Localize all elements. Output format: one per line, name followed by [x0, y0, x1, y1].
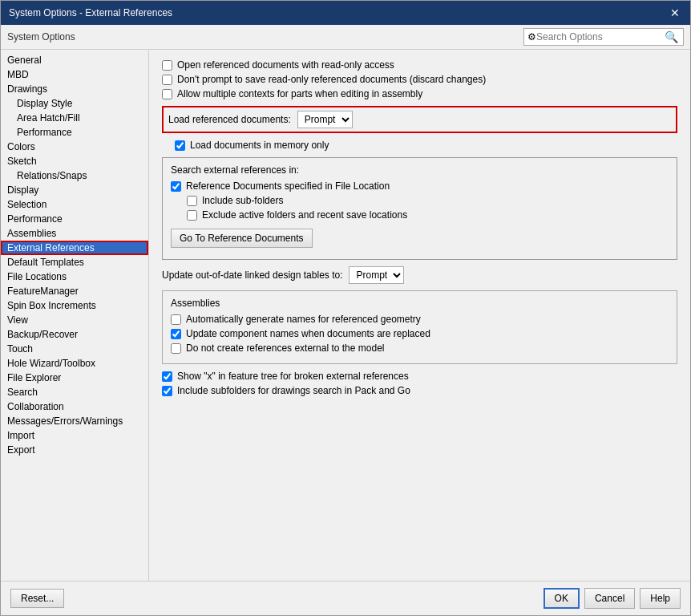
label-multiple-contexts[interactable]: Allow multiple contexts for parts when e…: [177, 88, 422, 99]
system-options-label: System Options: [7, 31, 75, 43]
sidebar-item-general[interactable]: General: [1, 53, 148, 67]
checkbox-row-no-create: Do not create references external to the…: [171, 342, 669, 354]
assemblies-label: Assemblies: [171, 298, 669, 309]
load-ref-select[interactable]: Prompt All None: [297, 111, 353, 128]
sidebar-item-assemblies[interactable]: Assemblies: [1, 226, 148, 241]
checkbox-row-no-prompt: Don't prompt to save read-only reference…: [162, 74, 677, 85]
assemblies-group: Assemblies Automatically generate names …: [162, 290, 677, 364]
label-no-prompt[interactable]: Don't prompt to save read-only reference…: [177, 74, 486, 85]
sidebar-item-mbd[interactable]: MBD: [1, 67, 148, 82]
sidebar-item-file-locations[interactable]: File Locations: [1, 270, 148, 284]
checkbox-row-exclude-active: Exclude active folders and recent save l…: [187, 209, 669, 221]
sidebar-item-performance-drawings[interactable]: Performance: [1, 125, 148, 140]
go-to-ref-button[interactable]: Go To Reference Documents: [171, 229, 313, 248]
close-button[interactable]: ✕: [668, 6, 682, 20]
ok-button[interactable]: OK: [544, 588, 580, 609]
sidebar-item-selection[interactable]: Selection: [1, 197, 148, 212]
dialog-buttons: OK Cancel Help: [544, 588, 681, 609]
sidebar-item-default-templates[interactable]: Default Templates: [1, 255, 148, 270]
checkbox-row-update-names: Update component names when documents ar…: [171, 328, 669, 339]
checkbox-show-x[interactable]: [162, 371, 172, 382]
load-ref-row: Load referenced documents: Prompt All No…: [162, 106, 677, 133]
label-update-names[interactable]: Update component names when documents ar…: [186, 328, 430, 339]
sidebar-item-display-style[interactable]: Display Style: [1, 96, 148, 111]
update-label: Update out-of-date linked design tables …: [162, 270, 342, 281]
sidebar-item-sketch[interactable]: Sketch: [1, 154, 148, 168]
checkbox-row-multiple-contexts: Allow multiple contexts for parts when e…: [162, 88, 677, 99]
checkbox-row-auto-names: Automatically generate names for referen…: [171, 314, 669, 325]
sidebar-item-external-references[interactable]: External References: [1, 241, 148, 255]
toolbar: System Options ⚙ 🔍: [1, 25, 690, 50]
label-include-subfolders[interactable]: Include sub-folders: [202, 195, 283, 206]
update-select[interactable]: Prompt Always Never: [349, 266, 404, 284]
checkbox-readonly[interactable]: [162, 60, 172, 71]
label-no-create-refs[interactable]: Do not create references external to the…: [186, 342, 384, 354]
search-box: ⚙ 🔍: [523, 28, 684, 46]
sidebar-item-relations-snaps[interactable]: Relations/Snaps: [1, 168, 148, 183]
sidebar-item-area-hatch[interactable]: Area Hatch/Fill: [1, 111, 148, 125]
label-readonly[interactable]: Open referenced documents with read-only…: [177, 59, 394, 71]
checkbox-row-load-memory: Load documents in memory only: [175, 140, 677, 151]
search-external-label: Search external references in:: [171, 164, 669, 176]
sidebar-item-colors[interactable]: Colors: [1, 140, 148, 154]
cancel-button[interactable]: Cancel: [584, 588, 635, 609]
checkbox-auto-names[interactable]: [171, 314, 181, 325]
sidebar-item-file-explorer[interactable]: File Explorer: [1, 371, 148, 385]
label-show-x[interactable]: Show "x" in feature tree for broken exte…: [177, 371, 409, 382]
main-content: General MBD Drawings Display Style Area …: [1, 50, 690, 581]
sidebar-item-import[interactable]: Import: [1, 428, 148, 443]
label-include-pack[interactable]: Include subfolders for drawings search i…: [177, 385, 410, 396]
search-external-section: Search external references in: Reference…: [162, 157, 677, 260]
gear-icon: ⚙: [527, 31, 536, 43]
search-input[interactable]: [536, 31, 665, 43]
label-exclude-active[interactable]: Exclude active folders and recent save l…: [202, 209, 407, 221]
label-load-memory[interactable]: Load documents in memory only: [190, 140, 329, 151]
checkbox-include-subfolders[interactable]: [187, 196, 197, 206]
dialog-title: System Options - External References: [9, 7, 172, 18]
sidebar-item-hole-wizard[interactable]: Hole Wizard/Toolbox: [1, 356, 148, 371]
sidebar-item-messages[interactable]: Messages/Errors/Warnings: [1, 414, 148, 428]
checkbox-include-pack[interactable]: [162, 386, 172, 396]
reset-button[interactable]: Reset...: [10, 589, 64, 608]
sidebar-item-search[interactable]: Search: [1, 385, 148, 399]
checkbox-exclude-active[interactable]: [187, 210, 197, 221]
label-auto-names[interactable]: Automatically generate names for referen…: [186, 314, 421, 325]
sidebar-item-view[interactable]: View: [1, 313, 148, 327]
sidebar-item-backup-recover[interactable]: Backup/Recover: [1, 327, 148, 342]
update-row: Update out-of-date linked design tables …: [162, 266, 677, 284]
title-bar: System Options - External References ✕: [1, 1, 690, 25]
label-ref-docs[interactable]: Reference Documents specified in File Lo…: [186, 180, 390, 192]
checkbox-load-memory[interactable]: [175, 140, 185, 151]
sidebar-item-feature-manager[interactable]: FeatureManager: [1, 284, 148, 298]
sidebar-item-export[interactable]: Export: [1, 443, 148, 457]
search-icon: 🔍: [665, 30, 678, 43]
checkbox-row-show-x: Show "x" in feature tree for broken exte…: [162, 371, 677, 382]
checkbox-multiple-contexts[interactable]: [162, 89, 172, 99]
load-ref-label: Load referenced documents:: [168, 114, 291, 125]
help-button[interactable]: Help: [640, 588, 681, 609]
bottom-bar: Reset... OK Cancel Help: [1, 581, 690, 615]
checkbox-no-create-refs[interactable]: [171, 343, 181, 354]
checkbox-row-include-pack: Include subfolders for drawings search i…: [162, 385, 677, 396]
checkbox-no-prompt[interactable]: [162, 75, 172, 85]
content-area: Open referenced documents with read-only…: [149, 50, 690, 581]
sidebar: General MBD Drawings Display Style Area …: [1, 50, 149, 581]
sidebar-item-collaboration[interactable]: Collaboration: [1, 399, 148, 414]
checkbox-row-ref-docs: Reference Documents specified in File Lo…: [171, 180, 669, 192]
checkbox-row-readonly: Open referenced documents with read-only…: [162, 59, 677, 71]
checkbox-ref-docs[interactable]: [171, 181, 181, 192]
sidebar-item-performance[interactable]: Performance: [1, 212, 148, 226]
sidebar-item-drawings[interactable]: Drawings: [1, 82, 148, 96]
sidebar-item-display[interactable]: Display: [1, 183, 148, 197]
sidebar-item-spin-box[interactable]: Spin Box Increments: [1, 298, 148, 313]
main-dialog: System Options - External References ✕ S…: [0, 0, 691, 616]
sidebar-item-touch[interactable]: Touch: [1, 342, 148, 356]
checkbox-row-subfolders: Include sub-folders: [187, 195, 669, 206]
checkbox-update-names[interactable]: [171, 329, 181, 339]
